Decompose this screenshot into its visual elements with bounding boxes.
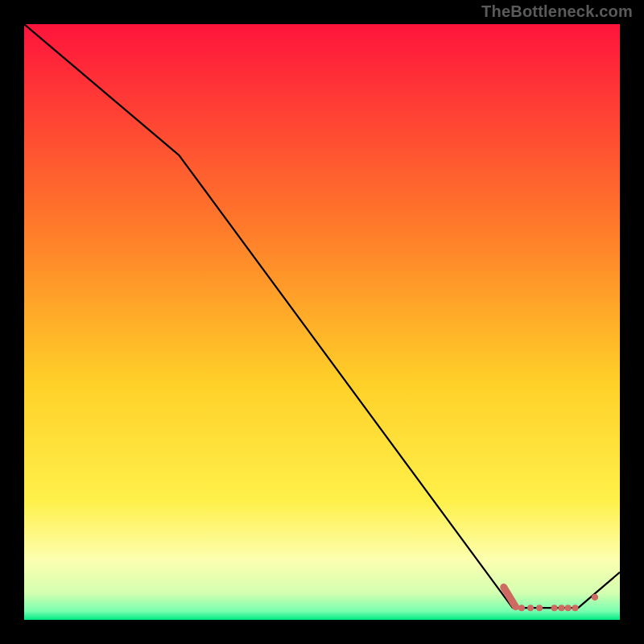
marker-dot [510,599,516,605]
watermark-text: TheBottleneck.com [481,2,633,21]
marker-dot [565,605,572,611]
marker-dot [527,605,534,611]
chart-frame: TheBottleneck.com [0,0,644,644]
marker-dot [518,605,525,611]
gradient-background [24,24,620,620]
plot-svg [24,24,620,620]
marker-dot [536,605,543,611]
marker-dot [551,605,558,611]
plot-area [24,24,620,620]
marker-dot [592,594,598,601]
marker-dot [558,605,564,611]
marker-dot [572,605,579,611]
